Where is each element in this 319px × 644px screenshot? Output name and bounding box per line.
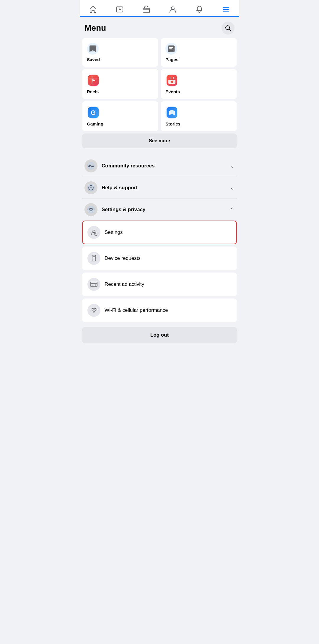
recent-ad-activity-item[interactable]: Recent ad activity <box>82 273 237 296</box>
pages-label: Pages <box>165 57 232 62</box>
see-more-button[interactable]: See more <box>82 133 237 148</box>
nav-marketplace[interactable] <box>137 3 155 16</box>
recent-ad-icon <box>87 278 100 291</box>
stories-label: Stories <box>165 121 232 126</box>
community-resources-label: Community resources <box>102 163 230 169</box>
wifi-cellular-item[interactable]: Wi-Fi & cellular performance <box>82 299 237 322</box>
settings-privacy-label: Settings & privacy <box>102 207 230 213</box>
svg-rect-39 <box>95 284 96 286</box>
settings-item[interactable]: Settings <box>82 221 237 244</box>
help-icon: ? <box>84 181 97 194</box>
svg-point-28 <box>92 166 93 167</box>
grid-item-saved[interactable]: Saved <box>82 38 158 67</box>
grid-item-pages[interactable]: Pages <box>161 38 237 67</box>
help-support-row[interactable]: ? Help & support ⌄ <box>82 177 237 199</box>
settings-item-icon <box>87 226 100 239</box>
nav-home[interactable] <box>84 3 102 16</box>
svg-text:G: G <box>91 109 96 116</box>
grid-item-events[interactable]: Events <box>161 69 237 99</box>
svg-rect-2 <box>143 8 149 13</box>
community-resources-row[interactable]: Community resources ⌄ <box>82 155 237 177</box>
device-requests-icon <box>87 252 100 265</box>
settings-sub-label: Settings <box>105 229 123 235</box>
wifi-cellular-label: Wi-Fi & cellular performance <box>105 307 168 313</box>
recent-ad-label: Recent ad activity <box>105 281 144 287</box>
help-support-label: Help & support <box>102 185 230 191</box>
gaming-label: Gaming <box>87 121 154 126</box>
svg-rect-13 <box>89 79 97 79</box>
wifi-icon <box>87 304 100 317</box>
svg-point-32 <box>87 206 95 213</box>
grid-item-reels[interactable]: Reels <box>82 69 158 99</box>
svg-rect-18 <box>168 78 175 80</box>
accordion-settings: Settings & privacy ⌃ <box>80 199 239 221</box>
community-chevron-icon: ⌄ <box>230 163 235 169</box>
search-button[interactable] <box>222 22 235 35</box>
settings-sub-items: Settings Device requests Recent ad activ… <box>80 221 239 322</box>
logout-container: Log out <box>80 325 239 348</box>
section-divider-1 <box>80 153 239 155</box>
nav-bar <box>80 0 239 17</box>
menu-grid: Saved Pages <box>80 38 239 131</box>
menu-title: Menu <box>84 23 106 33</box>
grid-row-3: G Gaming S <box>82 101 237 131</box>
svg-point-40 <box>94 312 95 313</box>
nav-notifications[interactable] <box>191 3 208 16</box>
accordion-community: Community resources ⌄ <box>80 155 239 177</box>
logout-button[interactable]: Log out <box>82 327 237 343</box>
settings-accordion-icon <box>84 203 97 216</box>
events-label: Events <box>165 89 232 94</box>
reels-label: Reels <box>87 89 154 94</box>
settings-privacy-row[interactable]: Settings & privacy ⌃ <box>82 199 237 221</box>
settings-chevron-icon: ⌃ <box>230 206 235 213</box>
svg-rect-14 <box>92 76 92 84</box>
community-icon <box>84 159 97 172</box>
accordion-help: ? Help & support ⌄ <box>80 177 239 199</box>
grid-item-gaming[interactable]: G Gaming <box>82 101 158 131</box>
svg-point-37 <box>94 260 94 260</box>
nav-menu[interactable] <box>217 3 235 16</box>
nav-profile[interactable] <box>164 3 182 16</box>
menu-header: Menu <box>80 17 239 38</box>
grid-row-1: Saved Pages <box>82 38 237 67</box>
help-chevron-icon: ⌄ <box>230 185 235 191</box>
svg-text:?: ? <box>90 186 92 190</box>
svg-marker-1 <box>119 8 121 11</box>
saved-label: Saved <box>87 57 154 62</box>
grid-row-2: Reels <box>82 69 237 99</box>
grid-item-stories[interactable]: Stories <box>161 101 237 131</box>
device-requests-item[interactable]: Device requests <box>82 247 237 270</box>
svg-point-34 <box>93 230 95 232</box>
svg-line-8 <box>229 29 231 31</box>
svg-point-27 <box>89 166 90 167</box>
device-requests-label: Device requests <box>105 255 141 261</box>
nav-watch[interactable] <box>111 3 128 16</box>
